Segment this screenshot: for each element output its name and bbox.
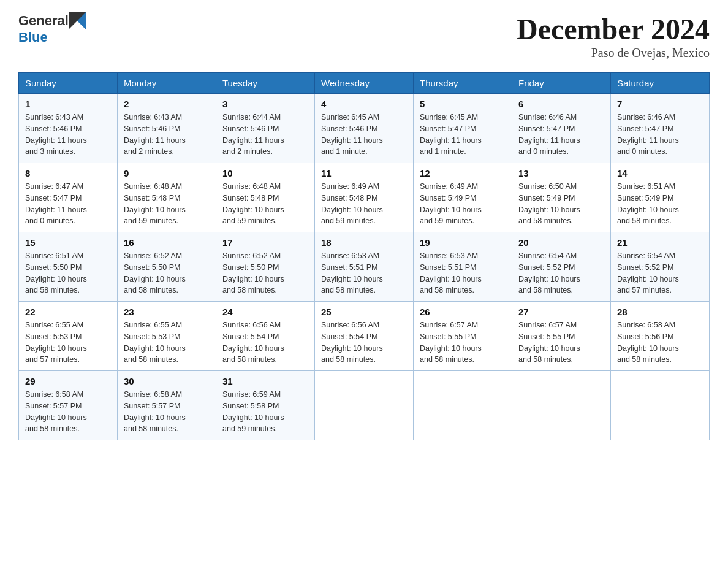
day-number: 26 <box>420 307 506 317</box>
day-number: 5 <box>420 99 506 109</box>
day-info: Sunrise: 6:55 AMSunset: 5:53 PMDaylight:… <box>124 320 210 366</box>
day-info: Sunrise: 6:52 AMSunset: 5:50 PMDaylight:… <box>124 250 210 296</box>
day-number: 20 <box>518 237 604 248</box>
day-info: Sunrise: 6:48 AMSunset: 5:48 PMDaylight:… <box>222 181 308 227</box>
day-info: Sunrise: 6:50 AMSunset: 5:49 PMDaylight:… <box>518 181 604 227</box>
day-number: 12 <box>420 168 506 178</box>
day-number: 4 <box>321 99 407 109</box>
logo: General Blue <box>18 12 86 45</box>
day-of-week-header: Monday <box>118 73 216 94</box>
day-info: Sunrise: 6:55 AMSunset: 5:53 PMDaylight:… <box>25 320 111 366</box>
title-block: December 2024 Paso de Ovejas, Mexico <box>517 12 710 60</box>
day-number: 15 <box>25 237 111 248</box>
day-info: Sunrise: 6:43 AMSunset: 5:46 PMDaylight:… <box>124 112 210 158</box>
page-header: General Blue December 2024 Paso de Oveja… <box>18 12 710 60</box>
day-number: 27 <box>518 307 604 317</box>
calendar-week-row: 8Sunrise: 6:47 AMSunset: 5:47 PMDaylight… <box>19 163 710 232</box>
calendar-header-row: SundayMondayTuesdayWednesdayThursdayFrid… <box>19 73 710 94</box>
day-info: Sunrise: 6:44 AMSunset: 5:46 PMDaylight:… <box>222 112 308 158</box>
day-info: Sunrise: 6:57 AMSunset: 5:55 PMDaylight:… <box>518 320 604 366</box>
calendar-cell: 8Sunrise: 6:47 AMSunset: 5:47 PMDaylight… <box>19 163 118 232</box>
day-number: 8 <box>25 168 111 178</box>
day-number: 11 <box>321 168 407 178</box>
day-info: Sunrise: 6:49 AMSunset: 5:49 PMDaylight:… <box>420 181 506 227</box>
day-info: Sunrise: 6:58 AMSunset: 5:57 PMDaylight:… <box>25 389 111 435</box>
day-info: Sunrise: 6:45 AMSunset: 5:47 PMDaylight:… <box>420 112 506 158</box>
calendar-cell: 6Sunrise: 6:46 AMSunset: 5:47 PMDaylight… <box>512 94 611 163</box>
location-text: Paso de Ovejas, Mexico <box>517 46 710 60</box>
day-info: Sunrise: 6:43 AMSunset: 5:46 PMDaylight:… <box>25 112 111 158</box>
logo-triangle-icon <box>69 12 86 29</box>
day-number: 14 <box>617 168 703 178</box>
day-number: 21 <box>617 237 703 248</box>
calendar-cell: 13Sunrise: 6:50 AMSunset: 5:49 PMDayligh… <box>512 163 611 232</box>
calendar-cell: 27Sunrise: 6:57 AMSunset: 5:55 PMDayligh… <box>512 302 611 371</box>
day-info: Sunrise: 6:54 AMSunset: 5:52 PMDaylight:… <box>518 250 604 296</box>
calendar-cell <box>414 371 512 440</box>
calendar-cell <box>315 371 414 440</box>
calendar-week-row: 1Sunrise: 6:43 AMSunset: 5:46 PMDaylight… <box>19 94 710 163</box>
day-info: Sunrise: 6:57 AMSunset: 5:55 PMDaylight:… <box>420 320 506 366</box>
day-info: Sunrise: 6:51 AMSunset: 5:50 PMDaylight:… <box>25 250 111 296</box>
calendar-cell: 2Sunrise: 6:43 AMSunset: 5:46 PMDaylight… <box>118 94 216 163</box>
calendar-cell: 17Sunrise: 6:52 AMSunset: 5:50 PMDayligh… <box>216 232 315 302</box>
calendar-week-row: 22Sunrise: 6:55 AMSunset: 5:53 PMDayligh… <box>19 302 710 371</box>
day-info: Sunrise: 6:45 AMSunset: 5:46 PMDaylight:… <box>321 112 407 158</box>
month-title: December 2024 <box>517 12 710 46</box>
calendar-cell <box>611 371 710 440</box>
calendar-cell: 9Sunrise: 6:48 AMSunset: 5:48 PMDaylight… <box>118 163 216 232</box>
calendar-cell: 10Sunrise: 6:48 AMSunset: 5:48 PMDayligh… <box>216 163 315 232</box>
day-info: Sunrise: 6:49 AMSunset: 5:48 PMDaylight:… <box>321 181 407 227</box>
day-info: Sunrise: 6:52 AMSunset: 5:50 PMDaylight:… <box>222 250 308 296</box>
day-number: 28 <box>617 307 703 317</box>
logo-blue-text: Blue <box>18 29 86 45</box>
day-info: Sunrise: 6:56 AMSunset: 5:54 PMDaylight:… <box>222 320 308 366</box>
day-number: 13 <box>518 168 604 178</box>
calendar-cell: 20Sunrise: 6:54 AMSunset: 5:52 PMDayligh… <box>512 232 611 302</box>
calendar-week-row: 15Sunrise: 6:51 AMSunset: 5:50 PMDayligh… <box>19 232 710 302</box>
day-of-week-header: Tuesday <box>216 73 315 94</box>
calendar-cell: 16Sunrise: 6:52 AMSunset: 5:50 PMDayligh… <box>118 232 216 302</box>
day-number: 10 <box>222 168 308 178</box>
day-number: 29 <box>25 376 111 386</box>
day-number: 6 <box>518 99 604 109</box>
calendar-cell: 18Sunrise: 6:53 AMSunset: 5:51 PMDayligh… <box>315 232 414 302</box>
calendar-cell: 15Sunrise: 6:51 AMSunset: 5:50 PMDayligh… <box>19 232 118 302</box>
calendar-cell: 19Sunrise: 6:53 AMSunset: 5:51 PMDayligh… <box>414 232 512 302</box>
calendar-cell: 31Sunrise: 6:59 AMSunset: 5:58 PMDayligh… <box>216 371 315 440</box>
day-info: Sunrise: 6:51 AMSunset: 5:49 PMDaylight:… <box>617 181 703 227</box>
calendar-table: SundayMondayTuesdayWednesdayThursdayFrid… <box>18 72 710 440</box>
day-of-week-header: Saturday <box>611 73 710 94</box>
day-number: 9 <box>124 168 210 178</box>
day-number: 18 <box>321 237 407 248</box>
day-number: 24 <box>222 307 308 317</box>
calendar-cell: 4Sunrise: 6:45 AMSunset: 5:46 PMDaylight… <box>315 94 414 163</box>
day-number: 16 <box>124 237 210 248</box>
day-of-week-header: Thursday <box>414 73 512 94</box>
calendar-cell: 24Sunrise: 6:56 AMSunset: 5:54 PMDayligh… <box>216 302 315 371</box>
calendar-cell: 11Sunrise: 6:49 AMSunset: 5:48 PMDayligh… <box>315 163 414 232</box>
day-info: Sunrise: 6:48 AMSunset: 5:48 PMDaylight:… <box>124 181 210 227</box>
calendar-cell: 3Sunrise: 6:44 AMSunset: 5:46 PMDaylight… <box>216 94 315 163</box>
day-number: 25 <box>321 307 407 317</box>
calendar-cell: 29Sunrise: 6:58 AMSunset: 5:57 PMDayligh… <box>19 371 118 440</box>
logo-general-text: General <box>18 13 69 29</box>
calendar-cell: 28Sunrise: 6:58 AMSunset: 5:56 PMDayligh… <box>611 302 710 371</box>
day-number: 31 <box>222 376 308 386</box>
day-number: 30 <box>124 376 210 386</box>
calendar-cell <box>512 371 611 440</box>
day-of-week-header: Sunday <box>19 73 118 94</box>
day-info: Sunrise: 6:59 AMSunset: 5:58 PMDaylight:… <box>222 389 308 435</box>
day-of-week-header: Friday <box>512 73 611 94</box>
day-info: Sunrise: 6:47 AMSunset: 5:47 PMDaylight:… <box>25 181 111 227</box>
day-of-week-header: Wednesday <box>315 73 414 94</box>
day-number: 1 <box>25 99 111 109</box>
day-info: Sunrise: 6:53 AMSunset: 5:51 PMDaylight:… <box>420 250 506 296</box>
calendar-cell: 5Sunrise: 6:45 AMSunset: 5:47 PMDaylight… <box>414 94 512 163</box>
calendar-cell: 14Sunrise: 6:51 AMSunset: 5:49 PMDayligh… <box>611 163 710 232</box>
day-info: Sunrise: 6:54 AMSunset: 5:52 PMDaylight:… <box>617 250 703 296</box>
calendar-cell: 26Sunrise: 6:57 AMSunset: 5:55 PMDayligh… <box>414 302 512 371</box>
calendar-cell: 23Sunrise: 6:55 AMSunset: 5:53 PMDayligh… <box>118 302 216 371</box>
calendar-cell: 1Sunrise: 6:43 AMSunset: 5:46 PMDaylight… <box>19 94 118 163</box>
day-info: Sunrise: 6:56 AMSunset: 5:54 PMDaylight:… <box>321 320 407 366</box>
